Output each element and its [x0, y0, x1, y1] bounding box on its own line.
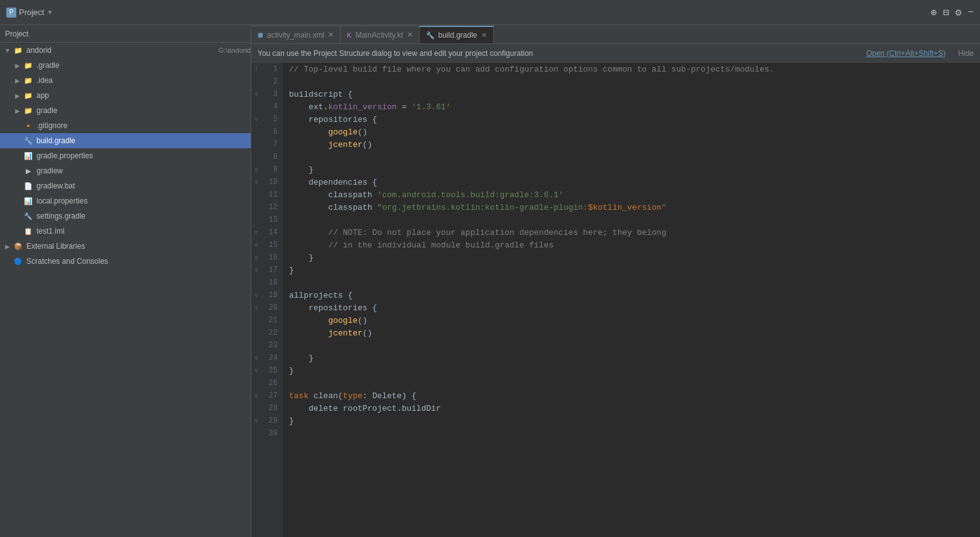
- code-line-13: [289, 214, 974, 226]
- fold-marker: ▽: [253, 229, 260, 236]
- tab-close[interactable]: ✕: [481, 31, 487, 40]
- code-line-27: task clean(type: Delete) {: [289, 389, 974, 402]
- sidebar-title: Project: [5, 30, 28, 38]
- item-label: .gradle: [36, 61, 251, 70]
- open-project-structure-link[interactable]: Open (Ctrl+Alt+Shift+S): [866, 49, 945, 58]
- info-actions: Open (Ctrl+Alt+Shift+S) Hide: [866, 49, 974, 58]
- code-token: (): [357, 127, 368, 137]
- sidebar-item-test1-iml[interactable]: ▶ 📋 test1.iml: [0, 224, 251, 239]
- project-selector[interactable]: P Project ▼: [6, 8, 53, 18]
- sidebar-item-settings-gradle[interactable]: ▶ 🔧 settings.gradle: [0, 209, 251, 224]
- sidebar-item-scratches[interactable]: ▶ 🔵 Scratches and Consoles: [0, 254, 251, 269]
- fold-marker: ▽: [253, 166, 260, 173]
- code-line-17: }: [289, 264, 974, 276]
- info-message: You can use the Project Structure dialog…: [258, 49, 533, 58]
- folder-icon: 📁: [13, 46, 24, 55]
- path-hint: G:\andorid: [219, 46, 251, 54]
- sidebar-item-gradle-properties[interactable]: ▶ 📊 gradle.properties: [0, 148, 251, 163]
- code-token: (): [357, 316, 368, 325]
- code-token: classpath: [289, 203, 377, 212]
- expand-arrow: ▶: [13, 62, 23, 69]
- item-label: test1.iml: [36, 227, 251, 236]
- code-line-1: // Top-level build file where you can ad…: [289, 63, 974, 75]
- code-token: }: [289, 253, 313, 263]
- item-label: gradle.properties: [36, 151, 251, 160]
- tab-main-activity[interactable]: K MainActivity.kt ✕: [340, 26, 419, 43]
- minimize-icon[interactable]: −: [967, 7, 974, 18]
- line-num-16: ▽16: [251, 251, 283, 264]
- code-line-18: [289, 276, 974, 289]
- line-num-20: ▽20: [251, 301, 283, 314]
- code-token: =: [397, 102, 411, 112]
- code-line-16: }: [289, 251, 974, 264]
- code-content[interactable]: // Top-level build file where you can ad…: [283, 63, 980, 537]
- sidebar-item-andorid[interactable]: ▼ 📁 andorid G:\andorid: [0, 43, 251, 58]
- tab-activity-main[interactable]: ◼ activity_main.xml ✕: [251, 26, 340, 43]
- code-token: repositories {: [289, 115, 377, 124]
- navigate-icon[interactable]: ⊕: [930, 6, 937, 19]
- properties-icon: 📊: [23, 197, 34, 205]
- code-token: '1.3.61': [411, 102, 450, 112]
- code-token: type: [343, 391, 362, 401]
- line-num-22: 22: [251, 327, 283, 339]
- code-token: }: [289, 416, 294, 426]
- line-num-7: 7: [251, 138, 283, 151]
- gradle-tab-icon: 🔧: [426, 31, 435, 40]
- main-area: Project ▼ 📁 andorid G:\andorid ▶ 📁 .grad…: [0, 25, 980, 537]
- code-line-6: google(): [289, 126, 974, 138]
- kotlin-tab-icon: K: [347, 31, 351, 39]
- tab-label: MainActivity.kt: [356, 31, 403, 40]
- dropdown-arrow[interactable]: ▼: [46, 9, 53, 16]
- sidebar-item-gitignore[interactable]: ▶ 🔸 .gitignore: [0, 118, 251, 133]
- code-editor[interactable]: |1 2 ▽3 4 ▽5 6 7 8 ▽9 ▽10 11 12 13 ▽14 ▽…: [251, 63, 980, 537]
- sidebar-item-build-gradle[interactable]: ▶ 🔧 build.gradle: [0, 133, 251, 148]
- code-line-12: classpath "org.jetbrains.kotlin:kotlin-g…: [289, 201, 974, 214]
- line-num-5: ▽5: [251, 113, 283, 126]
- code-token: kotlin_version: [328, 102, 396, 112]
- tab-build-gradle[interactable]: 🔧 build.gradle ✕: [420, 26, 494, 43]
- item-label: local.properties: [36, 197, 251, 205]
- code-token: [289, 127, 328, 137]
- code-token: (): [362, 140, 373, 149]
- editor-area: ◼ activity_main.xml ✕ K MainActivity.kt …: [251, 25, 980, 537]
- code-token: "org.jetbrains.kotlin:kotlin-gradle-plug…: [377, 203, 587, 212]
- line-num-6: 6: [251, 126, 283, 138]
- sidebar-item-gradle-folder[interactable]: ▶ 📁 gradle: [0, 103, 251, 118]
- tab-close[interactable]: ✕: [328, 31, 334, 39]
- fold-marker: ▽: [253, 90, 260, 98]
- sidebar-item-gradlew-bat[interactable]: ▶ 📄 gradlew.bat: [0, 178, 251, 193]
- line-num-17: ▽17: [251, 264, 283, 276]
- fold-marker: ▽: [253, 254, 260, 261]
- code-line-15: // in the individual module build.gradle…: [289, 239, 974, 251]
- tab-close[interactable]: ✕: [407, 31, 413, 39]
- code-line-26: [289, 377, 974, 389]
- settings-icon[interactable]: ⚙: [956, 6, 962, 19]
- code-token: dependencies {: [289, 178, 377, 187]
- code-line-3: buildscript {: [289, 88, 974, 100]
- line-num-23: 23: [251, 339, 283, 352]
- sidebar-header: Project: [0, 25, 251, 43]
- code-token: google: [328, 316, 357, 325]
- code-token: // Top-level build file where you can ad…: [289, 65, 774, 74]
- project-label: Project: [19, 8, 44, 17]
- split-icon[interactable]: ⊟: [943, 6, 949, 19]
- code-token: [289, 140, 328, 149]
- fold-marker: |: [253, 65, 260, 73]
- hide-link[interactable]: Hide: [958, 49, 974, 58]
- toolbar-actions: ⊕ ⊟ ⚙ −: [930, 6, 974, 19]
- sidebar-item-local-properties[interactable]: ▶ 📊 local.properties: [0, 193, 251, 209]
- line-num-11: 11: [251, 188, 283, 201]
- sidebar-item-app[interactable]: ▶ 📁 app: [0, 88, 251, 103]
- sidebar-item-gradle[interactable]: ▶ 📁 .gradle: [0, 58, 251, 73]
- gradle-icon: 🔧: [23, 212, 34, 220]
- line-num-18: 18: [251, 276, 283, 289]
- sidebar-item-external-libraries[interactable]: ▶ 📦 External Libraries: [0, 239, 251, 254]
- sidebar-item-gradlew[interactable]: ▶ ▶ gradlew: [0, 163, 251, 178]
- code-token: }: [289, 354, 313, 363]
- expand-arrow: ▶: [13, 92, 23, 99]
- sidebar-item-idea[interactable]: ▶ 📁 .idea: [0, 73, 251, 88]
- code-token: ": [662, 203, 667, 212]
- line-num-15: ▽15: [251, 239, 283, 251]
- folder-icon: 📁: [23, 61, 34, 70]
- item-label: andorid: [26, 46, 216, 55]
